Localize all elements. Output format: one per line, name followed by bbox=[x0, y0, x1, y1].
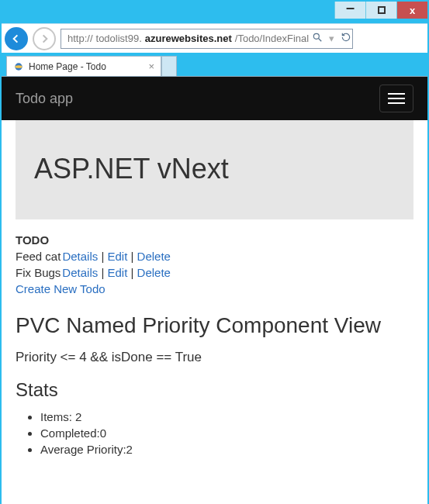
back-button[interactable] bbox=[5, 27, 28, 50]
browser-toolbar-icons bbox=[358, 32, 424, 46]
stats-avg-value: 2 bbox=[126, 443, 133, 456]
url-bar-controls: ▾ bbox=[312, 32, 351, 45]
url-text-path: /Todo/IndexFinal bbox=[235, 33, 309, 44]
stats-completed-label: Completed: bbox=[40, 426, 100, 440]
address-bar[interactable]: http://todolist99.azurewebsites.net/Todo… bbox=[61, 29, 353, 49]
menu-toggle-button[interactable] bbox=[379, 85, 413, 112]
search-icon[interactable] bbox=[312, 32, 323, 45]
svg-point-4 bbox=[411, 36, 415, 40]
settings-gear-icon[interactable] bbox=[406, 32, 420, 46]
todo-row: Fix BugsDetails | Edit | Delete bbox=[16, 266, 413, 279]
delete-link[interactable]: Delete bbox=[137, 266, 171, 279]
pvc-heading: PVC Named Priority Component View bbox=[16, 312, 413, 339]
stats-avg: Average Priority:2 bbox=[40, 443, 413, 456]
favorites-star-icon[interactable] bbox=[384, 32, 398, 46]
todo-item-name: Feed cat bbox=[16, 250, 61, 263]
home-icon[interactable] bbox=[362, 32, 376, 46]
page-favicon-icon bbox=[13, 61, 24, 72]
todo-item-name: Fix Bugs bbox=[16, 266, 61, 279]
tab-title: Home Page - Todo bbox=[29, 61, 106, 72]
stats-items-label: Items: bbox=[40, 410, 75, 423]
svg-point-2 bbox=[314, 33, 320, 39]
url-text-prefix: http:// bbox=[67, 33, 93, 44]
main-content: TODO Feed catDetails | Edit | Delete Fix… bbox=[2, 233, 427, 475]
browser-tab[interactable]: Home Page - Todo × bbox=[6, 56, 161, 76]
svg-point-6 bbox=[15, 65, 22, 68]
tab-close-icon[interactable]: × bbox=[144, 60, 154, 72]
delete-link[interactable]: Delete bbox=[137, 250, 171, 263]
new-tab-stub[interactable] bbox=[161, 56, 177, 76]
tab-strip: Home Page - Todo × bbox=[2, 53, 427, 76]
link-separator: | bbox=[131, 250, 137, 263]
close-window-button[interactable]: x bbox=[396, 2, 427, 19]
browser-nav-bar: http://todolist99.azurewebsites.net/Todo… bbox=[2, 23, 427, 53]
stats-list: Items: 2 Completed:0 Average Priority:2 bbox=[40, 410, 413, 456]
app-header: Todo app bbox=[2, 77, 427, 120]
browser-window: – x http://todolist99.azurewebsites.net/… bbox=[0, 0, 429, 504]
minimize-button[interactable]: – bbox=[334, 2, 365, 19]
hamburger-bar-icon bbox=[388, 98, 405, 99]
priority-expression: Priority <= 4 && isDone == True bbox=[16, 350, 413, 365]
link-separator: | bbox=[131, 266, 137, 279]
url-text-hostpre: todolist99. bbox=[96, 33, 142, 44]
stats-items: Items: 2 bbox=[40, 410, 413, 423]
create-new-todo-link[interactable]: Create New Todo bbox=[16, 282, 413, 295]
jumbotron: ASP.NET vNext bbox=[16, 120, 413, 219]
page-content: Todo app ASP.NET vNext TODO Feed catDeta… bbox=[2, 76, 427, 504]
svg-line-3 bbox=[319, 39, 322, 42]
edit-link[interactable]: Edit bbox=[107, 250, 127, 263]
url-text-host: azurewebsites.net bbox=[145, 33, 232, 44]
details-link[interactable]: Details bbox=[62, 250, 98, 263]
window-titlebar: – x bbox=[2, 2, 427, 23]
url-separator: ▾ bbox=[329, 33, 334, 44]
stats-heading: Stats bbox=[16, 379, 413, 401]
hamburger-bar-icon bbox=[388, 93, 405, 95]
stats-completed: Completed:0 bbox=[40, 426, 413, 440]
edit-link[interactable]: Edit bbox=[107, 266, 127, 279]
app-brand[interactable]: Todo app bbox=[16, 91, 73, 107]
hamburger-bar-icon bbox=[388, 102, 405, 104]
maximize-button[interactable] bbox=[365, 2, 396, 19]
details-link[interactable]: Details bbox=[62, 266, 98, 279]
forward-button[interactable] bbox=[33, 27, 56, 50]
stats-completed-value: 0 bbox=[100, 426, 106, 440]
refresh-icon[interactable] bbox=[341, 32, 351, 45]
todo-row: Feed catDetails | Edit | Delete bbox=[16, 250, 413, 263]
stats-avg-label: Average Priority: bbox=[40, 443, 126, 456]
stats-items-value: 2 bbox=[75, 410, 81, 423]
jumbotron-title: ASP.NET vNext bbox=[34, 153, 395, 185]
todo-section-label: TODO bbox=[16, 233, 413, 247]
